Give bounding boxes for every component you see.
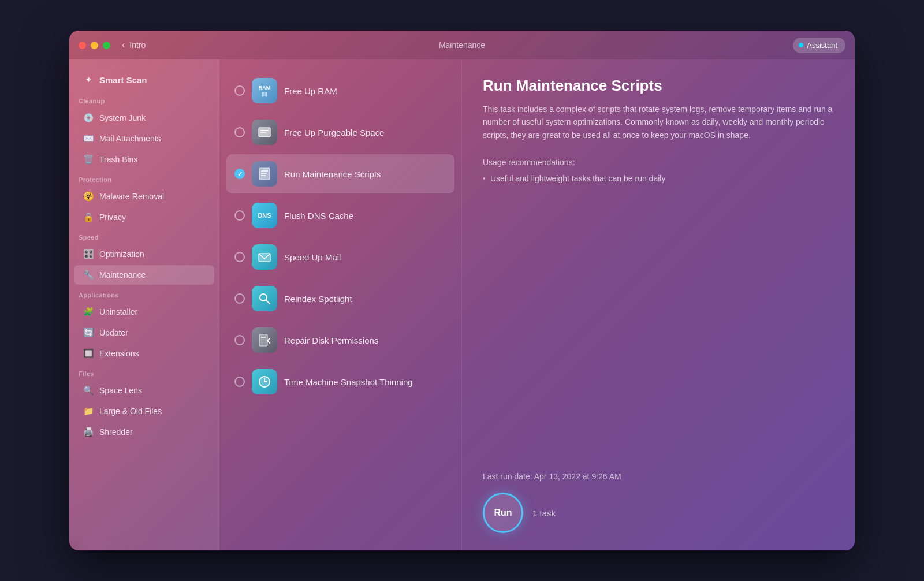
sidebar-item-label: Uninstaller	[99, 307, 137, 316]
task-radio-speed-up-mail[interactable]	[234, 252, 245, 262]
task-label-speed-up-mail: Speed Up Mail	[284, 252, 341, 262]
sidebar-section-files: Files	[69, 364, 219, 379]
minimize-button[interactable]	[91, 42, 98, 49]
disk-icon	[252, 327, 277, 353]
fullscreen-button[interactable]	[103, 42, 110, 49]
sidebar-item-malware-removal[interactable]: ☣️ Malware Removal	[74, 187, 214, 206]
sidebar-item-smart-scan[interactable]: ⌖ Smart Scan	[74, 70, 214, 90]
sidebar-item-extensions[interactable]: 🔲 Extensions	[74, 344, 214, 363]
privacy-icon: 🔒	[83, 212, 94, 222]
task-item-speed-up-mail[interactable]: Speed Up Mail	[226, 237, 454, 277]
task-count: 1 task	[532, 508, 556, 518]
svg-line-13	[267, 341, 270, 343]
sidebar-item-space-lens[interactable]: 🔍 Space Lens	[74, 381, 214, 400]
app-window: ‹ Intro Maintenance Assistant ⌖ Smart Sc…	[69, 31, 855, 550]
detail-title: Run Maintenance Scripts	[483, 77, 834, 95]
sidebar-item-system-junk[interactable]: 💿 System Junk	[74, 108, 214, 128]
system-junk-icon: 💿	[83, 113, 94, 123]
dns-icon: DNS	[252, 203, 277, 228]
task-label-free-up-ram: Free Up RAM	[284, 86, 337, 96]
spotlight-icon	[252, 286, 277, 311]
main-content: ⌖ Smart Scan Cleanup 💿 System Junk ✉️ Ma…	[69, 59, 855, 550]
task-label-reindex-spotlight: Reindex Spotlight	[284, 294, 352, 304]
maintenance-scripts-icon	[252, 161, 277, 187]
uninstaller-icon: 🧩	[83, 307, 94, 317]
task-item-time-machine-snapshot-thinning[interactable]: Time Machine Snapshot Thinning	[226, 362, 454, 401]
assistant-status-dot	[799, 43, 803, 47]
task-label-run-maintenance-scripts: Run Maintenance Scripts	[284, 169, 381, 179]
usage-item: • Useful and lightweight tasks that can …	[483, 173, 834, 185]
sidebar-section-applications: Applications	[69, 286, 219, 301]
task-radio-time-machine-snapshot-thinning[interactable]	[234, 377, 245, 387]
task-list-panel: RAM |||| Free Up RAM Free Up Purgeable S…	[219, 59, 462, 550]
svg-point-8	[260, 294, 267, 301]
task-radio-reindex-spotlight[interactable]	[234, 293, 245, 304]
svg-rect-2	[260, 132, 266, 133]
breadcrumb-nav: ‹ Intro	[122, 40, 146, 50]
sidebar-item-label: Space Lens	[99, 386, 142, 395]
extensions-icon: 🔲	[83, 348, 94, 359]
sidebar-item-label: System Junk	[99, 113, 146, 122]
ram-icon: RAM ||||	[252, 78, 277, 103]
task-item-run-maintenance-scripts[interactable]: Run Maintenance Scripts	[226, 154, 454, 193]
updater-icon: 🔄	[83, 327, 94, 338]
sidebar-section-speed: Speed	[69, 228, 219, 243]
back-chevron-icon: ‹	[122, 40, 125, 50]
sidebar-item-label: Malware Removal	[99, 192, 164, 201]
sidebar-item-mail-attachments[interactable]: ✉️ Mail Attachments	[74, 129, 214, 148]
sidebar-section-cleanup: Cleanup	[69, 92, 219, 107]
svg-line-9	[266, 300, 270, 304]
sidebar-item-large-old-files[interactable]: 📁 Large & Old Files	[74, 401, 214, 421]
close-button[interactable]	[79, 42, 86, 49]
shredder-icon: 🖨️	[83, 427, 94, 437]
task-item-free-up-purgeable[interactable]: Free Up Purgeable Space	[226, 113, 454, 152]
task-item-free-up-ram[interactable]: RAM |||| Free Up RAM	[226, 71, 454, 110]
usage-item-text: Useful and lightweight tasks that can be…	[490, 173, 666, 185]
smart-scan-icon: ⌖	[83, 75, 94, 85]
svg-rect-3	[259, 168, 270, 180]
task-radio-free-up-purgeable[interactable]	[234, 127, 245, 137]
task-radio-free-up-ram[interactable]	[234, 85, 245, 96]
sidebar-item-updater[interactable]: 🔄 Updater	[74, 323, 214, 342]
mail-attachments-icon: ✉️	[83, 133, 94, 144]
run-button[interactable]: Run	[483, 493, 523, 533]
sidebar-item-shredder[interactable]: 🖨️ Shredder	[74, 422, 214, 442]
time-machine-icon	[252, 369, 277, 394]
task-radio-flush-dns-cache[interactable]	[234, 210, 245, 221]
sidebar-item-label: Updater	[99, 328, 128, 337]
window-title: Maintenance	[439, 40, 485, 50]
assistant-label: Assistant	[807, 41, 837, 50]
bottom-bar: Run 1 task	[483, 493, 834, 533]
sidebar-item-privacy[interactable]: 🔒 Privacy	[74, 207, 214, 227]
sidebar: ⌖ Smart Scan Cleanup 💿 System Junk ✉️ Ma…	[69, 59, 219, 550]
space-lens-icon: 🔍	[83, 385, 94, 396]
svg-rect-1	[260, 130, 269, 131]
sidebar-item-label: Optimization	[99, 249, 144, 259]
last-run-label: Last run date:	[483, 472, 532, 481]
assistant-button[interactable]: Assistant	[793, 38, 845, 53]
detail-panel: Run Maintenance Scripts This task includ…	[462, 59, 855, 550]
sidebar-item-label: Large & Old Files	[99, 407, 162, 416]
sidebar-item-optimization[interactable]: 🎛️ Optimization	[74, 244, 214, 264]
back-button[interactable]: Intro	[129, 40, 146, 50]
purgeable-icon	[252, 120, 277, 145]
task-radio-run-maintenance-scripts[interactable]	[234, 169, 245, 179]
traffic-lights	[79, 42, 110, 49]
task-item-repair-disk-permissions[interactable]: Repair Disk Permissions	[226, 321, 454, 360]
task-item-flush-dns-cache[interactable]: DNS Flush DNS Cache	[226, 196, 454, 235]
maintenance-icon: 🔧	[83, 270, 94, 280]
detail-description: This task includes a complex of scripts …	[483, 103, 834, 141]
sidebar-item-trash-bins[interactable]: 🗑️ Trash Bins	[74, 150, 214, 169]
sidebar-section-protection: Protection	[69, 170, 219, 185]
task-item-reindex-spotlight[interactable]: Reindex Spotlight	[226, 279, 454, 318]
sidebar-item-label: Shredder	[99, 427, 133, 437]
optimization-icon: 🎛️	[83, 249, 94, 259]
task-label-time-machine-snapshot-thinning: Time Machine Snapshot Thinning	[284, 377, 413, 387]
sidebar-item-uninstaller[interactable]: 🧩 Uninstaller	[74, 302, 214, 322]
task-radio-repair-disk-permissions[interactable]	[234, 335, 245, 345]
trash-bins-icon: 🗑️	[83, 154, 94, 165]
last-run-info: Last run date: Apr 13, 2022 at 9:26 AM	[483, 472, 834, 481]
large-old-files-icon: 📁	[83, 406, 94, 416]
sidebar-item-maintenance[interactable]: 🔧 Maintenance	[74, 265, 214, 285]
task-label-flush-dns-cache: Flush DNS Cache	[284, 211, 353, 221]
